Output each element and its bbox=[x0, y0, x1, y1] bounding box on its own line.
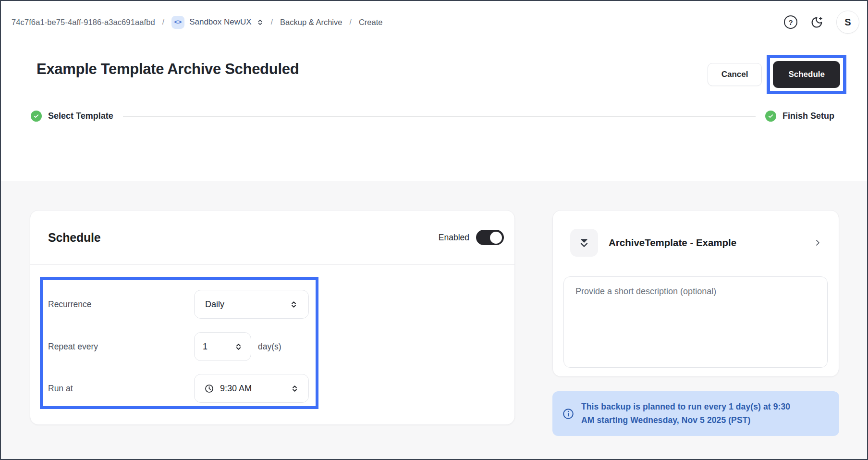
step-label: Select Template bbox=[48, 111, 113, 121]
recurrence-label: Recurrence bbox=[48, 299, 194, 310]
clock-icon bbox=[204, 384, 214, 394]
repeat-every-stepper[interactable] bbox=[194, 332, 251, 361]
schedule-info-text: This backup is planned to run every 1 da… bbox=[581, 400, 798, 427]
annotation-highlight-schedule-button: Schedule bbox=[767, 55, 846, 94]
user-avatar[interactable]: S bbox=[836, 11, 859, 34]
code-icon: <> bbox=[171, 16, 184, 29]
schedule-card: Schedule Enabled Recurrence Daily Repeat… bbox=[30, 210, 515, 425]
breadcrumb: 74c7f6a1-be75-4aff-9186-a3ac691aafbd / <… bbox=[12, 16, 382, 29]
repeat-every-input[interactable] bbox=[203, 342, 222, 352]
breadcrumb-section[interactable]: Backup & Archive bbox=[280, 18, 342, 27]
schedule-info-banner: This backup is planned to run every 1 da… bbox=[552, 391, 839, 436]
breadcrumb-separator: / bbox=[271, 18, 273, 26]
schedule-card-title: Schedule bbox=[48, 231, 101, 245]
run-at-value: 9:30 AM bbox=[220, 384, 252, 394]
breadcrumb-bar: 74c7f6a1-be75-4aff-9186-a3ac691aafbd / <… bbox=[1, 1, 867, 43]
enabled-toggle-group: Enabled bbox=[439, 230, 504, 245]
breadcrumb-separator: / bbox=[162, 18, 164, 26]
template-card-header[interactable]: ArchiveTemplate - Example bbox=[553, 211, 839, 257]
recurrence-select[interactable]: Daily bbox=[194, 290, 309, 319]
info-icon bbox=[562, 408, 575, 420]
check-circle-icon bbox=[765, 111, 776, 122]
run-at-row: Run at 9:30 AM bbox=[48, 374, 317, 403]
topbar-actions: ? S bbox=[784, 11, 859, 34]
breadcrumb-workspace-id[interactable]: 74c7f6a1-be75-4aff-9186-a3ac691aafbd bbox=[12, 18, 155, 27]
schedule-button[interactable]: Schedule bbox=[773, 61, 840, 88]
chevron-updown-icon[interactable] bbox=[234, 343, 243, 351]
chevron-updown-icon bbox=[257, 19, 264, 26]
environment-selector[interactable]: <> Sandbox NewUX bbox=[171, 16, 263, 29]
step-finish-setup: Finish Setup bbox=[765, 111, 834, 122]
progress-stepper: Select Template Finish Setup bbox=[31, 110, 834, 122]
cancel-button[interactable]: Cancel bbox=[708, 63, 762, 86]
schedule-card-header: Schedule Enabled bbox=[30, 211, 514, 265]
breadcrumb-separator: / bbox=[349, 18, 351, 26]
help-icon[interactable]: ? bbox=[784, 15, 797, 29]
stepper-connector bbox=[123, 116, 756, 116]
check-circle-icon bbox=[31, 111, 42, 122]
step-label: Finish Setup bbox=[782, 111, 834, 121]
app-window: 74c7f6a1-be75-4aff-9186-a3ac691aafbd / <… bbox=[0, 0, 868, 460]
header-actions: Cancel Schedule bbox=[708, 55, 846, 94]
dark-mode-icon[interactable] bbox=[810, 16, 823, 29]
archive-template-icon bbox=[570, 229, 598, 257]
repeat-every-unit: day(s) bbox=[258, 342, 281, 352]
toggle-knob bbox=[490, 232, 502, 244]
recurrence-value: Daily bbox=[205, 299, 224, 310]
chevron-updown-icon bbox=[290, 300, 298, 309]
page-title: Example Template Archive Scheduled bbox=[37, 61, 299, 78]
description-textarea[interactable] bbox=[563, 276, 828, 368]
run-at-label: Run at bbox=[48, 384, 194, 394]
repeat-every-label: Repeat every bbox=[48, 342, 194, 352]
template-card: ArchiveTemplate - Example bbox=[552, 210, 839, 377]
run-at-select[interactable]: 9:30 AM bbox=[194, 374, 309, 403]
chevron-updown-icon bbox=[291, 385, 299, 393]
template-name: ArchiveTemplate - Example bbox=[609, 237, 802, 249]
repeat-every-row: Repeat every day(s) bbox=[48, 332, 317, 361]
enabled-toggle[interactable] bbox=[476, 230, 504, 245]
step-select-template: Select Template bbox=[31, 111, 113, 122]
enabled-label: Enabled bbox=[439, 233, 469, 243]
recurrence-row: Recurrence Daily bbox=[48, 290, 317, 319]
chevron-right-icon bbox=[813, 238, 822, 248]
environment-name: Sandbox NewUX bbox=[189, 17, 251, 27]
breadcrumb-page-current: Create bbox=[359, 18, 383, 27]
